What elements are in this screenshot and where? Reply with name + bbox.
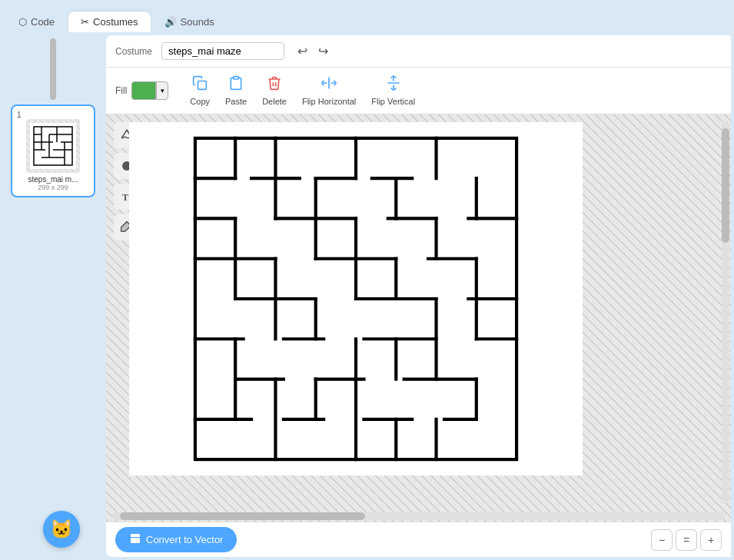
costume-name-input[interactable]	[161, 42, 284, 60]
zoom-controls: − = +	[651, 529, 722, 551]
costume-item[interactable]: 1	[11, 104, 95, 197]
fill-label: Fill	[115, 85, 127, 96]
sidebar-scrollbar[interactable]	[50, 38, 56, 100]
maze-canvas[interactable]	[129, 122, 583, 476]
sidebar: 1	[0, 32, 106, 560]
undo-button[interactable]: ↩	[294, 41, 311, 61]
costume-size: 299 x 299	[38, 184, 68, 191]
zoom-in-button[interactable]: +	[700, 529, 722, 551]
bottom-bar: Convert to Vector − = +	[106, 522, 731, 557]
fill-color-swatch[interactable]	[131, 81, 156, 100]
delete-icon	[267, 75, 282, 94]
costume-label: Costume	[115, 46, 152, 57]
flip-vertical-icon	[386, 75, 401, 94]
undo-redo-group: ↩ ↪	[294, 41, 332, 61]
fill-color-group: ▾	[131, 81, 168, 100]
flip-vertical-button[interactable]: Flip Vertical	[364, 72, 423, 109]
canvas-container: T	[106, 114, 731, 522]
sprite-cat-button[interactable]: 🐱	[43, 511, 80, 548]
svg-rect-0	[30, 123, 76, 169]
convert-svg-icon	[129, 532, 141, 545]
svg-rect-14	[234, 77, 239, 79]
main-content: 1	[0, 32, 734, 560]
convert-icon	[129, 532, 141, 547]
costume-name: steps_mai m...	[28, 175, 78, 184]
costumes-icon: ✂	[81, 16, 89, 28]
canvas-scrollbar-y[interactable]	[722, 121, 729, 503]
paste-icon	[228, 75, 244, 94]
fill-section: Fill ▾ Copy	[106, 68, 731, 114]
flip-horizontal-button[interactable]: Flip Horizontal	[294, 72, 364, 109]
canvas-scrollbar-x-thumb	[120, 512, 365, 520]
zoom-out-button[interactable]: −	[651, 529, 673, 551]
redo-button[interactable]: ↪	[314, 41, 332, 61]
tab-costumes[interactable]: ✂ Costumes	[68, 12, 151, 32]
costume-preview-svg	[30, 123, 76, 169]
zoom-reset-button[interactable]: =	[676, 529, 697, 551]
toolbar: Costume ↩ ↪	[106, 35, 731, 68]
copy-button[interactable]: Copy	[182, 72, 218, 109]
maze-svg	[129, 122, 583, 476]
costume-preview	[26, 119, 80, 173]
copy-icon	[192, 75, 208, 94]
flip-horizontal-icon	[321, 75, 337, 94]
delete-button[interactable]: Delete	[254, 72, 294, 109]
action-buttons: Copy Paste Delete	[182, 72, 423, 109]
svg-text:T: T	[122, 192, 128, 203]
paste-button[interactable]: Paste	[218, 72, 254, 109]
code-icon: ⬡	[18, 16, 27, 28]
editor-area: Costume ↩ ↪ Fill ▾	[106, 35, 731, 557]
svg-rect-13	[198, 81, 207, 90]
tab-sounds[interactable]: 🔊 Sounds	[152, 12, 227, 32]
convert-to-vector-button[interactable]: Convert to Vector	[115, 527, 237, 552]
tab-bar: ⬡ Code ✂ Costumes 🔊 Sounds	[0, 0, 734, 32]
tab-code[interactable]: ⬡ Code	[6, 12, 67, 32]
costume-number: 1	[17, 111, 22, 119]
fill-dropdown[interactable]: ▾	[156, 81, 168, 100]
canvas-scrollbar-y-thumb	[722, 128, 729, 243]
sounds-icon: 🔊	[164, 16, 177, 28]
canvas-scrollbar-x[interactable]	[112, 512, 725, 520]
